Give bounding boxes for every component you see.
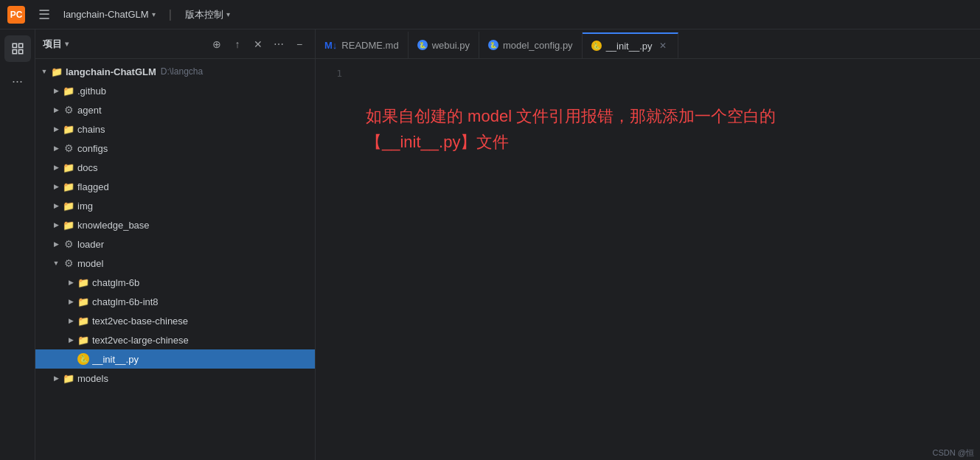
tree-root[interactable]: 📁 langchain-ChatGLM D:\langcha	[35, 62, 315, 81]
version-chevron: ▾	[226, 10, 230, 18]
docs-label: docs	[77, 162, 97, 173]
version-control-label: 版本控制	[185, 8, 223, 21]
editor-text-area[interactable]: 如果自创建的 model 文件引用报错，那就添加一个空白的 【__init__.…	[351, 59, 980, 460]
add-button[interactable]: ⊕	[209, 36, 225, 52]
project-title[interactable]: langchain-ChatGLM ▾	[63, 9, 156, 20]
webui-icon: 🐍	[417, 40, 428, 50]
img-folder-icon: 📁	[62, 199, 75, 212]
initpy-tab-label: __init__.py	[606, 41, 653, 52]
text2vec-base-arrow	[65, 315, 77, 327]
configs-folder-icon: ⚙	[62, 142, 75, 155]
text2vec-base-label: text2vec-base-chinese	[92, 316, 188, 327]
text2vec-large-arrow	[65, 334, 77, 346]
initpy-icon: 🐍	[77, 352, 90, 366]
editor-content: 1 如果自创建的 model 文件引用报错，那就添加一个空白的 【__init_…	[316, 59, 980, 460]
tree-item-model[interactable]: ⚙ model	[35, 254, 315, 273]
app-logo: PC	[7, 6, 25, 24]
agent-folder-icon: ⚙	[62, 103, 75, 116]
kb-label: knowledge_base	[77, 220, 150, 231]
root-arrow	[38, 66, 50, 77]
svg-rect-3	[18, 50, 22, 54]
img-arrow	[50, 200, 62, 212]
editor-area: M↓ README.md 🐍 webui.py 🐍 model_config.p…	[316, 29, 980, 460]
svg-rect-2	[13, 50, 16, 54]
up-button[interactable]: ↑	[229, 36, 246, 52]
chatglm6bint8-folder-icon: 📁	[77, 295, 90, 308]
model-config-icon: 🐍	[488, 40, 498, 50]
chatglm6b-folder-icon: 📁	[77, 276, 90, 289]
svg-rect-0	[13, 43, 16, 47]
status-text: CSDN @恒	[933, 448, 974, 457]
tree-item-loader[interactable]: ⚙ loader	[35, 234, 315, 254]
version-control[interactable]: 版本控制 ▾	[185, 8, 230, 21]
tree-item-models[interactable]: 📁 models	[35, 369, 315, 388]
tree-item-init-py[interactable]: 🐍 __init__.py	[35, 349, 315, 369]
chains-arrow	[50, 123, 62, 135]
initpy-tab-icon: 🐍	[591, 41, 602, 51]
github-arrow	[50, 85, 62, 97]
tree-item-agent[interactable]: ⚙ agent	[35, 100, 315, 119]
close-button[interactable]: ✕	[250, 36, 266, 52]
activity-files-icon[interactable]	[4, 35, 31, 62]
model-label: model	[77, 258, 103, 269]
docs-folder-icon: 📁	[62, 161, 75, 174]
line-numbers: 1	[316, 59, 351, 460]
tab-init-py[interactable]: 🐍 __init__.py ✕	[583, 32, 678, 59]
loader-folder-icon: ⚙	[62, 237, 75, 251]
project-chevron: ▾	[152, 10, 156, 18]
sidebar: 项目 ▾ ⊕ ↑ ✕ ⋯ − 📁 langchain-ChatGLM D:\la…	[35, 29, 316, 460]
tree-item-knowledge-base[interactable]: 📁 knowledge_base	[35, 215, 315, 234]
sidebar-toolbar: 项目 ▾ ⊕ ↑ ✕ ⋯ −	[35, 29, 315, 59]
tab-bar: M↓ README.md 🐍 webui.py 🐍 model_config.p…	[316, 29, 980, 59]
flagged-label: flagged	[77, 181, 109, 192]
model-config-label: model_config.py	[503, 40, 573, 51]
tree-item-configs[interactable]: ⚙ configs	[35, 139, 315, 158]
title-separator: |	[169, 8, 172, 21]
tree-item-flagged[interactable]: 📁 flagged	[35, 177, 315, 196]
configs-label: configs	[77, 143, 108, 154]
sidebar-title: 项目 ▾	[43, 38, 203, 51]
flagged-folder-icon: 📁	[62, 180, 75, 193]
activity-bar: ···	[0, 29, 35, 460]
text2vec-large-folder-icon: 📁	[77, 333, 90, 346]
loader-arrow	[50, 238, 62, 250]
hamburger-menu[interactable]: ☰	[34, 5, 55, 24]
project-name: langchain-ChatGLM	[63, 9, 149, 20]
sidebar-chevron: ▾	[65, 40, 69, 48]
minimize-button[interactable]: −	[291, 36, 307, 52]
text2vec-large-label: text2vec-large-chinese	[92, 335, 189, 346]
loader-label: loader	[77, 239, 104, 250]
agent-label: agent	[77, 105, 102, 116]
chatglm6b-label: chatglm-6b	[92, 277, 139, 288]
activity-more-icon[interactable]: ···	[4, 68, 31, 94]
more-button[interactable]: ⋯	[271, 36, 287, 52]
annotation-line1: 如果自创建的 model 文件引用报错，那就添加一个空白的	[366, 103, 776, 129]
readme-icon: M↓	[324, 40, 337, 51]
tree-item-text2vec-large[interactable]: 📁 text2vec-large-chinese	[35, 330, 315, 349]
title-bar: PC ☰ langchain-ChatGLM ▾ | 版本控制 ▾	[0, 0, 980, 29]
tree-item-chatglm6bint8[interactable]: 📁 chatglm-6b-int8	[35, 292, 315, 311]
svg-rect-1	[18, 43, 22, 47]
initpy-label: __init__.py	[92, 354, 139, 365]
tree-item-text2vec-base[interactable]: 📁 text2vec-base-chinese	[35, 311, 315, 330]
tree-item-chains[interactable]: 📁 chains	[35, 119, 315, 139]
sidebar-title-text: 项目	[43, 38, 62, 51]
tree-item-docs[interactable]: 📁 docs	[35, 158, 315, 177]
chatglm6bint8-label: chatglm-6b-int8	[92, 296, 159, 307]
tree-item-img[interactable]: 📁 img	[35, 196, 315, 215]
tab-readme[interactable]: M↓ README.md	[316, 32, 409, 58]
status-bar: CSDN @恒	[927, 446, 980, 460]
root-label: langchain-ChatGLM	[66, 66, 156, 77]
tree-item-github[interactable]: 📁 .github	[35, 81, 315, 100]
webui-label: webui.py	[432, 40, 470, 51]
models-label: models	[77, 373, 108, 384]
tab-webui[interactable]: 🐍 webui.py	[409, 32, 479, 58]
chatglm6b-arrow	[65, 276, 77, 288]
initpy-close-button[interactable]: ✕	[657, 40, 669, 52]
chains-label: chains	[77, 124, 105, 135]
readme-label: README.md	[341, 40, 398, 51]
root-folder-icon: 📁	[50, 65, 63, 78]
tab-model-config[interactable]: 🐍 model_config.py	[479, 32, 583, 58]
kb-folder-icon: 📁	[62, 218, 75, 231]
tree-item-chatglm6b[interactable]: 📁 chatglm-6b	[35, 273, 315, 292]
